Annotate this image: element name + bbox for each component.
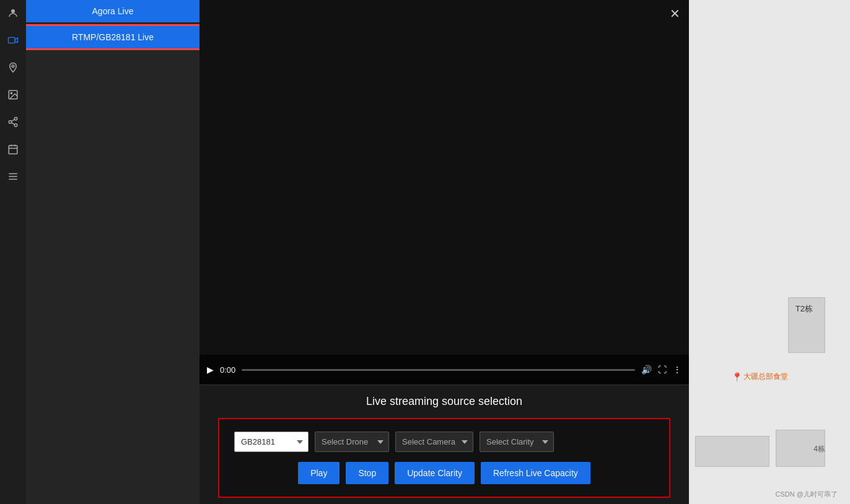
svg-point-2 <box>12 65 14 67</box>
svg-point-5 <box>14 118 17 121</box>
video-time: 0:00 <box>220 365 235 375</box>
map-label-t2: T2栋 <box>795 303 813 315</box>
sidebar-icon-list[interactable] <box>0 163 26 189</box>
video-controls-bar: ▶ 0:00 🔊 ⛶ ⋮ <box>199 355 689 385</box>
svg-point-4 <box>11 92 12 93</box>
source-title: Live streaming source selection <box>199 395 689 408</box>
more-options-icon[interactable]: ⋮ <box>673 365 681 375</box>
modal: ✕ ▶ 0:00 🔊 ⛶ ⋮ Live streaming source sel… <box>199 0 689 504</box>
update-clarity-button[interactable]: Update Clarity <box>395 462 475 484</box>
sidebar-icon-location[interactable] <box>0 54 26 80</box>
play-pause-icon[interactable]: ▶ <box>207 365 214 375</box>
sidebar-icon-person[interactable] <box>0 0 26 26</box>
svg-line-9 <box>11 119 14 121</box>
left-panel: Agora Live RTMP/GB28181 Live <box>26 0 199 504</box>
source-dropdowns-row: GB28181 Select Drone Select Camera Selec… <box>234 432 654 452</box>
building-5 <box>695 436 769 467</box>
gb-select[interactable]: GB28181 <box>234 432 309 452</box>
svg-rect-10 <box>9 146 17 154</box>
agora-live-button[interactable]: Agora Live <box>26 0 199 22</box>
clarity-select[interactable]: Select Clarity <box>480 432 554 452</box>
camera-select[interactable]: Select Camera <box>395 432 473 452</box>
sidebar <box>0 0 26 504</box>
volume-icon[interactable]: 🔊 <box>641 365 652 375</box>
rtmp-gb28181-live-button[interactable]: RTMP/GB28181 Live <box>26 26 199 48</box>
video-area: ▶ 0:00 🔊 ⛶ ⋮ <box>199 0 689 385</box>
map-poi-label: 大疆总部食堂 <box>732 371 788 382</box>
play-button[interactable]: Play <box>298 462 340 484</box>
fullscreen-icon[interactable]: ⛶ <box>658 365 667 375</box>
svg-point-0 <box>11 9 15 13</box>
sidebar-icon-share[interactable] <box>0 109 26 135</box>
source-controls-box: GB28181 Select Drone Select Camera Selec… <box>218 418 670 498</box>
map-label-building4: 4栋 <box>813 444 825 454</box>
video-player[interactable] <box>199 0 689 385</box>
modal-close-button[interactable]: ✕ <box>670 6 680 21</box>
svg-point-7 <box>14 124 17 127</box>
stop-button[interactable]: Stop <box>346 462 388 484</box>
svg-rect-1 <box>9 38 15 43</box>
source-action-buttons-row: Play Stop Update Clarity Refresh Live Ca… <box>234 462 654 484</box>
sidebar-icon-calendar[interactable] <box>0 136 26 162</box>
sidebar-icon-image[interactable] <box>0 82 26 108</box>
sidebar-icon-video[interactable] <box>0 27 26 53</box>
progress-bar[interactable] <box>242 369 635 371</box>
map-label-csdn: CSDN @儿时可乖了 <box>776 490 838 499</box>
source-selection-section: Live streaming source selection GB28181 … <box>199 385 689 504</box>
svg-line-8 <box>11 123 14 124</box>
drone-select[interactable]: Select Drone <box>315 432 389 452</box>
svg-point-6 <box>9 121 12 124</box>
refresh-live-capacity-button[interactable]: Refresh Live Capacity <box>481 462 590 484</box>
